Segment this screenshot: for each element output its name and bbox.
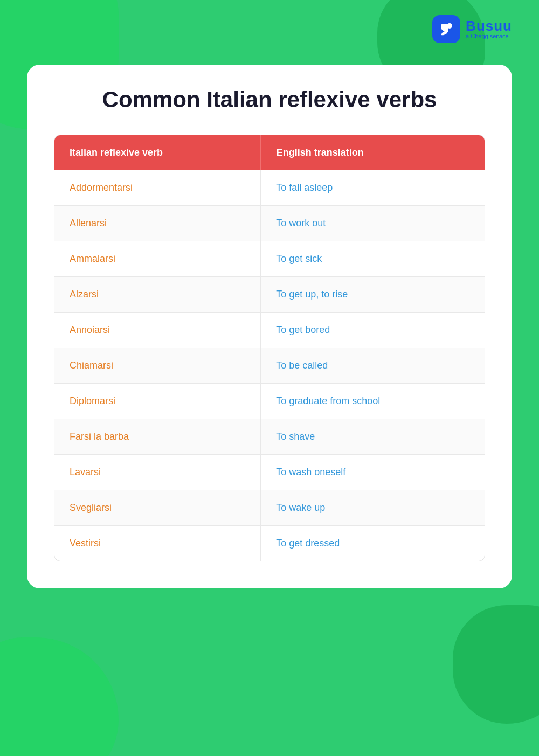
- logo-container: Busuu a Chegg service: [432, 15, 512, 43]
- italian-verb-cell: Annoiarsi: [54, 313, 261, 348]
- english-translation-cell: To wake up: [261, 490, 485, 526]
- table-row: LavarsiTo wash oneself: [54, 455, 485, 490]
- table-row: AddormentarsiTo fall asleep: [54, 170, 485, 206]
- table-row: VestirsiTo get dressed: [54, 526, 485, 561]
- decorative-blob-bottom-right: [453, 605, 539, 724]
- english-translation-cell: To wash oneself: [261, 455, 485, 490]
- english-translation-cell: To get dressed: [261, 526, 485, 561]
- reflexive-verbs-table: Italian reflexive verb English translati…: [54, 135, 485, 561]
- logo-tagline: a Chegg service: [466, 33, 512, 39]
- italian-verb-cell: Addormentarsi: [54, 170, 261, 206]
- table-row: AmmalarsiTo get sick: [54, 241, 485, 277]
- italian-verb-cell: Diplomarsi: [54, 384, 261, 419]
- table-row: AllenarsiTo work out: [54, 206, 485, 241]
- page-title: Common Italian reflexive verbs: [54, 86, 485, 113]
- table-row: AnnoiarsiTo get bored: [54, 313, 485, 348]
- column-header-english: English translation: [261, 135, 485, 170]
- logo-text: Busuu a Chegg service: [466, 19, 512, 39]
- english-translation-cell: To get bored: [261, 313, 485, 348]
- english-translation-cell: To fall asleep: [261, 170, 485, 206]
- table-row: ChiamarsiTo be called: [54, 348, 485, 384]
- english-translation-cell: To work out: [261, 206, 485, 241]
- italian-verb-cell: Chiamarsi: [54, 348, 261, 384]
- italian-verb-cell: Allenarsi: [54, 206, 261, 241]
- table-container: Italian reflexive verb English translati…: [54, 135, 485, 561]
- english-translation-cell: To graduate from school: [261, 384, 485, 419]
- italian-verb-cell: Lavarsi: [54, 455, 261, 490]
- english-translation-cell: To be called: [261, 348, 485, 384]
- italian-verb-cell: Svegliarsi: [54, 490, 261, 526]
- busuu-logo-svg: [438, 20, 455, 38]
- column-header-italian: Italian reflexive verb: [54, 135, 261, 170]
- italian-verb-cell: Vestirsi: [54, 526, 261, 561]
- table-header-row: Italian reflexive verb English translati…: [54, 135, 485, 170]
- english-translation-cell: To get sick: [261, 241, 485, 277]
- svg-point-0: [447, 23, 452, 29]
- italian-verb-cell: Farsi la barba: [54, 419, 261, 455]
- english-translation-cell: To shave: [261, 419, 485, 455]
- decorative-blob-bottom-left: [0, 637, 119, 756]
- logo-name: Busuu: [466, 19, 512, 33]
- italian-verb-cell: Ammalarsi: [54, 241, 261, 277]
- english-translation-cell: To get up, to rise: [261, 277, 485, 313]
- table-row: AlzarsiTo get up, to rise: [54, 277, 485, 313]
- italian-verb-cell: Alzarsi: [54, 277, 261, 313]
- table-row: SvegliarsiTo wake up: [54, 490, 485, 526]
- main-card: Common Italian reflexive verbs Italian r…: [27, 65, 512, 588]
- table-row: DiplomarsiTo graduate from school: [54, 384, 485, 419]
- table-row: Farsi la barbaTo shave: [54, 419, 485, 455]
- logo-icon: [432, 15, 460, 43]
